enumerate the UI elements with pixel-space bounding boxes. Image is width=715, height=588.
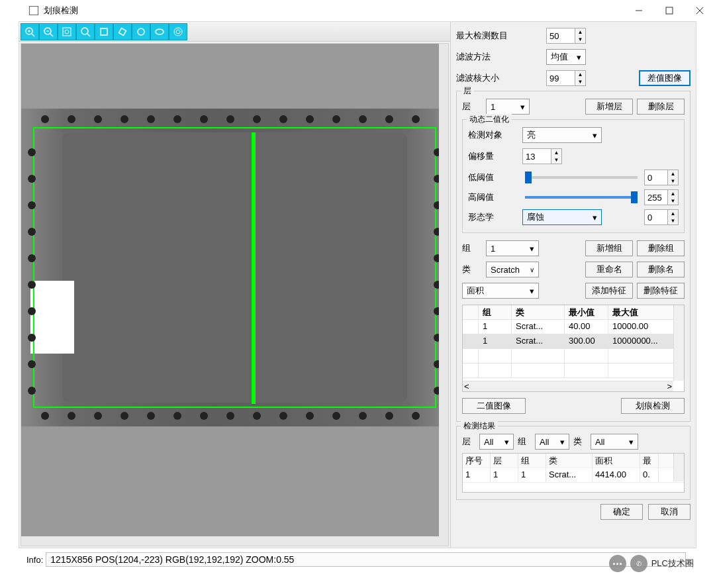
window-title: 划痕检测 <box>44 5 624 17</box>
cancel-button[interactable]: 取消 <box>648 504 691 520</box>
ellipse-tool-icon[interactable] <box>150 23 169 40</box>
filter-method-select[interactable]: 均值▾ <box>546 49 586 65</box>
high-threshold-label: 高阈值 <box>468 191 518 203</box>
minimize-button[interactable] <box>624 0 654 21</box>
svg-point-17 <box>138 28 144 35</box>
ok-button[interactable]: 确定 <box>600 504 643 520</box>
diff-image-button[interactable]: 差值图像 <box>639 70 691 86</box>
zoom-fit-icon[interactable] <box>58 23 76 40</box>
table-row[interactable]: 1Scrat...40.0010000.00 <box>463 320 684 334</box>
image-sample <box>21 109 448 426</box>
binary-image-button[interactable]: 二值图像 <box>462 398 526 414</box>
filter-method-label: 滤波方法 <box>456 51 516 63</box>
info-bar: Info: 1215X856 POS(1204,-223) RGB(192,19… <box>0 551 715 568</box>
svg-line-5 <box>32 34 34 36</box>
filter-class-select[interactable]: All▾ <box>591 434 638 450</box>
layer-select[interactable]: 1▾ <box>486 99 530 115</box>
detect-target-select[interactable]: 亮▾ <box>522 127 602 143</box>
detect-target-label: 检测对象 <box>468 129 518 141</box>
horizontal-scrollbar[interactable] <box>21 536 439 546</box>
feature-table[interactable]: 组类最小值最大值 1Scrat...40.0010000.00 1Scrat..… <box>462 305 685 392</box>
svg-rect-15 <box>101 28 107 35</box>
ring-tool-icon[interactable] <box>169 23 187 40</box>
svg-point-13 <box>81 28 88 34</box>
high-threshold-spinner[interactable]: ▲▼ <box>644 189 679 205</box>
layer-fieldset: 层 层 1▾ 新增层 删除层 动态二值化 检测对象 亮▾ 偏移量 ▲▼ <box>456 91 691 422</box>
filter-layer-select[interactable]: All▾ <box>479 434 514 450</box>
left-panel <box>19 22 451 548</box>
filter-kernel-label: 滤波核大小 <box>456 72 516 84</box>
delete-name-button[interactable]: 删除名 <box>637 262 685 277</box>
add-group-button[interactable]: 新增组 <box>585 240 633 256</box>
max-detect-label: 最大检测数目 <box>456 30 516 42</box>
maximize-button[interactable] <box>654 0 685 21</box>
table-header: 组类最小值最大值 <box>463 305 684 320</box>
results-scroll-v[interactable] <box>673 454 684 481</box>
delete-layer-button[interactable]: 删除层 <box>637 99 685 115</box>
wechat-icon: ✆ <box>630 555 647 568</box>
zoom-actual-icon[interactable] <box>76 23 95 40</box>
class-label: 类 <box>462 264 482 275</box>
svg-line-9 <box>50 34 53 36</box>
max-detect-spinner[interactable]: ▲▼ <box>546 28 586 44</box>
svg-line-14 <box>87 34 90 36</box>
image-toolbar <box>19 22 450 42</box>
binarize-fieldset: 动态二值化 检测对象 亮▾ 偏移量 ▲▼ 低阈值 ▲▼ 高阈值 ▲▼ <box>462 119 685 233</box>
group-select[interactable]: 1▾ <box>486 240 539 256</box>
table-scroll-v[interactable] <box>673 305 684 381</box>
class-select[interactable]: Scratch∨ <box>486 262 539 277</box>
results-table[interactable]: 序号层组类面积最 111Scrat...4414.000. <box>462 453 685 493</box>
morph-label: 形态学 <box>468 211 518 223</box>
table-scroll-h[interactable]: <> <box>463 381 673 391</box>
morph-select[interactable]: 腐蚀▾ <box>522 209 602 225</box>
add-feature-button[interactable]: 添加特征 <box>585 283 633 299</box>
titlebar: 划痕检测 <box>0 0 715 21</box>
image-viewport[interactable] <box>21 43 449 546</box>
svg-rect-11 <box>63 28 71 36</box>
table-row[interactable]: 111Scrat...4414.000. <box>463 468 684 483</box>
low-threshold-spinner[interactable]: ▲▼ <box>644 170 679 185</box>
roi-rectangle[interactable] <box>33 127 436 408</box>
delete-group-button[interactable]: 删除组 <box>637 240 685 256</box>
zoom-out-icon[interactable] <box>39 23 58 40</box>
offset-label: 偏移量 <box>468 150 518 162</box>
high-threshold-slider[interactable] <box>525 196 638 199</box>
rename-button[interactable]: 重命名 <box>585 262 633 277</box>
rect-tool-icon[interactable] <box>95 23 113 40</box>
delete-feature-button[interactable]: 删除特征 <box>637 283 685 299</box>
svg-point-19 <box>174 28 182 36</box>
circle-tool-icon[interactable] <box>132 23 150 40</box>
results-fieldset: 检测结果 层 All▾ 组 All▾ 类 All▾ 序号层组类面积最 111Sc… <box>456 426 691 500</box>
detect-button[interactable]: 划痕检测 <box>621 398 685 414</box>
group-label: 组 <box>462 242 482 254</box>
svg-rect-16 <box>119 28 126 35</box>
svg-point-20 <box>176 30 180 34</box>
low-threshold-label: 低阈值 <box>468 172 518 183</box>
app-icon <box>29 6 38 15</box>
filter-kernel-spinner[interactable]: ▲▼ <box>546 70 586 86</box>
rotated-rect-icon[interactable] <box>113 23 132 40</box>
info-label: Info: <box>26 555 43 565</box>
low-threshold-slider[interactable] <box>525 176 638 179</box>
right-panel: 最大检测数目 ▲▼ 滤波方法 均值▾ 滤波核大小 ▲▼ 差值图像 层 层 1▾ … <box>451 22 696 548</box>
watermark: ✆ PLC技术圈 <box>609 555 694 568</box>
layer-label: 层 <box>462 101 482 113</box>
main-container: 最大检测数目 ▲▼ 滤波方法 均值▾ 滤波核大小 ▲▼ 差值图像 层 层 1▾ … <box>19 21 696 548</box>
chevron-down-icon: ▾ <box>577 52 581 62</box>
morph-value-spinner[interactable]: ▲▼ <box>644 209 679 225</box>
table-row[interactable]: 1Scrat...300.0010000000... <box>463 334 684 349</box>
add-layer-button[interactable]: 新增层 <box>585 99 633 115</box>
feature-select[interactable]: 面积▾ <box>462 283 539 299</box>
svg-rect-1 <box>666 7 673 14</box>
svg-point-18 <box>156 29 164 34</box>
info-text: 1215X856 POS(1204,-223) RGB(192,192,192)… <box>46 552 686 567</box>
vertical-scrollbar[interactable] <box>439 44 448 546</box>
svg-point-12 <box>65 30 69 34</box>
offset-spinner[interactable]: ▲▼ <box>522 148 562 164</box>
filter-group-select[interactable]: All▾ <box>535 434 569 450</box>
zoom-in-icon[interactable] <box>21 23 39 40</box>
close-button[interactable] <box>685 0 715 21</box>
